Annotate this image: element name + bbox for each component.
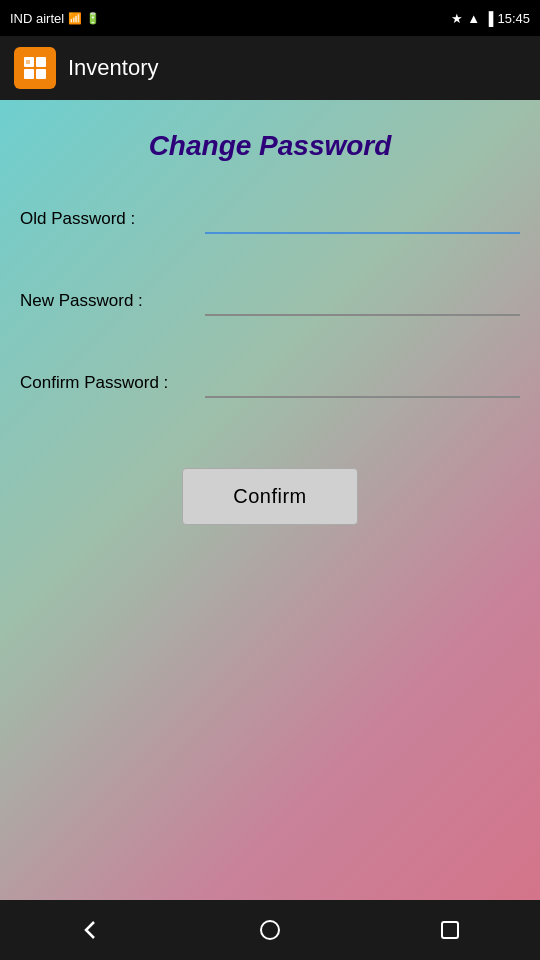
recents-button[interactable] (436, 916, 464, 944)
status-right: ★ ▲ ▐ 15:45 (451, 11, 530, 26)
old-password-input[interactable] (205, 202, 520, 234)
status-left: IND airtel 📶 🔋 (10, 11, 100, 26)
new-password-input[interactable] (205, 284, 520, 316)
back-button[interactable] (76, 916, 104, 944)
app-icon (14, 47, 56, 89)
form-container: Old Password : New Password : Confirm Pa… (20, 202, 520, 448)
old-password-row: Old Password : (20, 202, 520, 234)
svg-rect-1 (36, 57, 46, 67)
home-button[interactable] (256, 916, 284, 944)
time-display: 15:45 (497, 11, 530, 26)
new-password-row: New Password : (20, 284, 520, 316)
app-title: Inventory (68, 55, 159, 81)
svg-rect-2 (24, 69, 34, 79)
page-title: Change Password (149, 130, 392, 162)
svg-rect-3 (36, 69, 46, 79)
svg-point-6 (261, 921, 279, 939)
app-bar: Inventory (0, 36, 540, 100)
carrier-text: IND airtel (10, 11, 64, 26)
svg-rect-7 (442, 922, 458, 938)
old-password-label: Old Password : (20, 208, 205, 234)
signal-icon: ▐ (484, 11, 493, 26)
wifi-icon: ▲ (467, 11, 480, 26)
4g-icon: 📶 (68, 12, 82, 25)
nav-bar (0, 900, 540, 960)
battery-icon: 🔋 (86, 12, 100, 25)
confirm-password-label: Confirm Password : (20, 372, 205, 398)
star-icon: ★ (451, 11, 463, 26)
confirm-button[interactable]: Confirm (182, 468, 358, 525)
status-bar: IND airtel 📶 🔋 ★ ▲ ▐ 15:45 (0, 0, 540, 36)
new-password-label: New Password : (20, 290, 205, 316)
main-content: Change Password Old Password : New Passw… (0, 100, 540, 900)
confirm-password-input[interactable] (205, 366, 520, 398)
confirm-password-row: Confirm Password : (20, 366, 520, 398)
